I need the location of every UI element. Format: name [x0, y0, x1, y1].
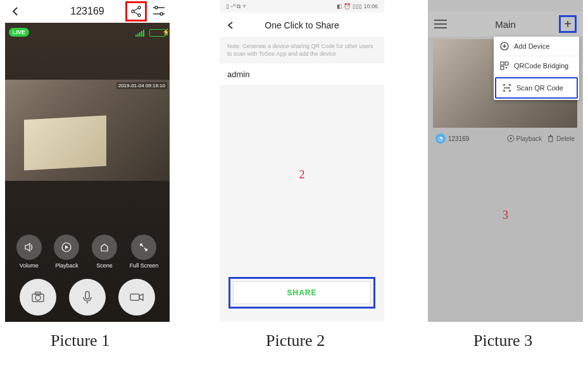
hamburger-icon[interactable]	[434, 20, 447, 28]
dd-qrcode-bridging[interactable]: QRCode Bridging	[494, 56, 579, 76]
svg-rect-13	[143, 30, 144, 37]
playback-button[interactable]: Playback	[54, 235, 79, 269]
svg-rect-27	[501, 66, 504, 70]
p3-header: Main +	[428, 11, 583, 37]
phone-2-share: ▯ ◦ᴺ ⧉ ᯤ ◧ ⏰ ▯▯▯ 10:06 One Click to Shar…	[220, 0, 384, 322]
annotation-number-3: 3	[503, 209, 508, 222]
back-icon[interactable]	[226, 21, 235, 30]
p2-body: 2 SHARE	[220, 86, 384, 314]
status-right: ◧ ⏰ ▯▯▯ 10:06	[337, 3, 378, 9]
svg-rect-19	[35, 292, 41, 295]
svg-point-18	[35, 295, 41, 300]
svg-line-3	[134, 8, 139, 11]
scene-button[interactable]: Scene	[92, 235, 117, 269]
svg-rect-21	[130, 294, 139, 300]
settings-icon[interactable]	[152, 5, 166, 18]
p2-statusbar: ▯ ◦ᴺ ⧉ ᯤ ◧ ⏰ ▯▯▯ 10:06	[220, 0, 384, 13]
caption-2: Picture 2	[266, 331, 325, 350]
svg-rect-20	[85, 291, 89, 299]
svg-point-6	[155, 6, 158, 9]
share-button[interactable]: SHARE	[233, 281, 371, 304]
delete-link[interactable]: Delete	[547, 135, 575, 142]
signal-icon	[135, 29, 146, 37]
admin-field[interactable]: admin	[220, 63, 384, 86]
svg-rect-28	[506, 67, 507, 68]
phone-1-live-view: 123169 LIVE ⚡ 2019-01-04 09:18:10 Volume…	[5, 0, 170, 322]
share-button-highlight: SHARE	[228, 277, 375, 309]
add-icon-highlight[interactable]: +	[559, 15, 577, 33]
caption-1: Picture 1	[51, 331, 109, 350]
charge-icon: ⚡	[162, 28, 170, 35]
device-id: 123169	[448, 135, 469, 142]
p1-topbar: 123169	[5, 0, 170, 23]
svg-rect-25	[501, 62, 504, 65]
p3-title: Main	[495, 19, 516, 30]
svg-rect-26	[505, 62, 508, 65]
svg-rect-10	[137, 34, 139, 37]
fullscreen-button[interactable]: Full Screen	[130, 235, 159, 269]
svg-rect-11	[139, 32, 141, 37]
record-button[interactable]	[118, 279, 155, 316]
add-dropdown: Add Device QRCode Bridging Scan QR Code	[494, 37, 579, 100]
svg-rect-12	[141, 31, 142, 37]
controls-row-2	[5, 279, 170, 316]
p2-title: One Click to Share	[220, 20, 384, 30]
dd-add-device[interactable]: Add Device	[494, 37, 579, 56]
caption-3: Picture 3	[473, 331, 532, 350]
p1-camera-body: LIVE ⚡ 2019-01-04 09:18:10 Volume Playba…	[5, 23, 170, 322]
status-left-icons: ▯ ◦ᴺ ⧉ ᯤ	[226, 3, 248, 10]
dd-scan-qr-highlight[interactable]: Scan QR Code	[495, 77, 578, 99]
live-badge: LIVE	[9, 28, 29, 37]
svg-line-4	[134, 12, 139, 15]
device-row: ◔ 123169 Playback Delete	[433, 130, 577, 147]
camera-preview[interactable]: 2019-01-04 09:18:10	[5, 80, 170, 181]
svg-rect-31	[549, 137, 553, 142]
bell-icon[interactable]: ◔	[435, 133, 446, 144]
snapshot-button[interactable]	[20, 279, 56, 316]
timestamp: 2019-01-04 09:18:10	[116, 82, 167, 89]
annotation-number-2: 2	[299, 168, 305, 181]
p2-header: One Click to Share	[220, 13, 384, 38]
svg-point-8	[160, 13, 163, 15]
volume-button[interactable]: Volume	[16, 235, 42, 269]
mic-button[interactable]	[69, 279, 106, 316]
share-icon-highlight[interactable]	[125, 1, 147, 21]
back-icon[interactable]	[10, 6, 20, 16]
controls-row: Volume Playback Scene Full Screen	[5, 235, 170, 269]
share-note: Note: Generate a device-sharing QR Code …	[220, 38, 384, 63]
playback-link[interactable]: Playback	[507, 135, 542, 142]
phone-3-main: Main + Add Device QRCode Bridging Scan Q…	[428, 0, 583, 322]
p3-statusbar	[428, 0, 583, 11]
device-id: 123169	[70, 6, 104, 17]
svg-rect-9	[135, 35, 137, 37]
